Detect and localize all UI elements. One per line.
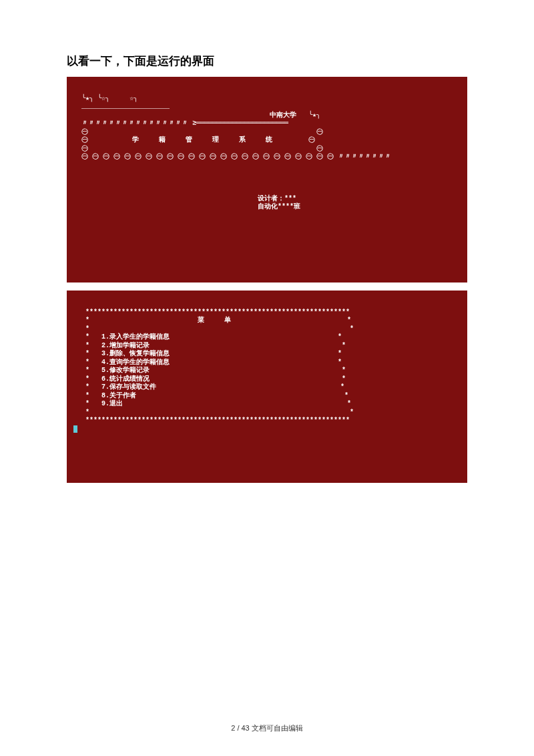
console-screenshot-1: ╰★╮ ╰☆╮ ☆╮ ______________________ 中南大学 ╰… bbox=[67, 77, 467, 282]
menu-item-5: * 5.修改学籍记录 * bbox=[73, 367, 346, 374]
university-name: 中南大学 ╰★╮ bbox=[73, 112, 320, 119]
menu-border-top: ****************************************… bbox=[73, 309, 350, 316]
border-side: ㊀ ㊀ bbox=[73, 128, 323, 136]
menu-item-9: * 9.退出 * bbox=[73, 400, 351, 407]
deco-underline: ______________________ bbox=[73, 103, 170, 110]
menu-item-8: * 8.关于作者 * bbox=[73, 392, 348, 399]
menu-blank: * * bbox=[73, 325, 354, 333]
menu-item-3: * 3.删除、恢复学籍信息 * bbox=[73, 350, 342, 357]
menu-border-bottom: ****************************************… bbox=[73, 417, 350, 424]
class-label: 自动化****班 bbox=[73, 203, 300, 210]
menu-item-4: * 4.查询学生的学籍信息 * bbox=[73, 359, 342, 366]
cursor: - bbox=[73, 425, 77, 433]
border-bottom: ㊀ ㊀ ㊀ ㊀ ㊀ ㊀ ㊀ ㊀ ㊀ ㊀ ㊀ ㊀ ㊀ ㊀ ㊀ ㊀ ㊀ ㊀ ㊀ ㊀ … bbox=[73, 153, 391, 160]
console-screenshot-2: ****************************************… bbox=[67, 291, 467, 483]
menu-title: * 菜 单 * bbox=[73, 317, 351, 324]
menu-item-6: * 6.统计成绩情况 * bbox=[73, 375, 346, 383]
system-title: ㊀ 学 籍 管 理 系 统 ㊀ bbox=[73, 136, 315, 144]
deco-stars: ╰★╮ ╰☆╮ ☆╮ bbox=[73, 95, 138, 102]
page-footer: 2 / 43 文档可自由编辑 bbox=[67, 723, 467, 733]
menu-blank: * * bbox=[73, 409, 354, 416]
border-side: ㊀ ㊀ bbox=[73, 145, 323, 152]
intro-text: 以看一下，下面是运行的界面 bbox=[67, 53, 467, 69]
menu-item-7: * 7.保存与读取文件 * bbox=[73, 383, 344, 391]
border-top: 〃〃〃〃〃〃〃〃〃〃〃〃〃〃〃〃 ≥══════════════════════… bbox=[73, 120, 288, 127]
designer-label: 设计者：*** bbox=[73, 195, 296, 202]
menu-item-1: * 1.录入学生的学籍信息 * bbox=[73, 333, 342, 341]
menu-item-2: * 2.增加学籍记录 * bbox=[73, 342, 346, 349]
